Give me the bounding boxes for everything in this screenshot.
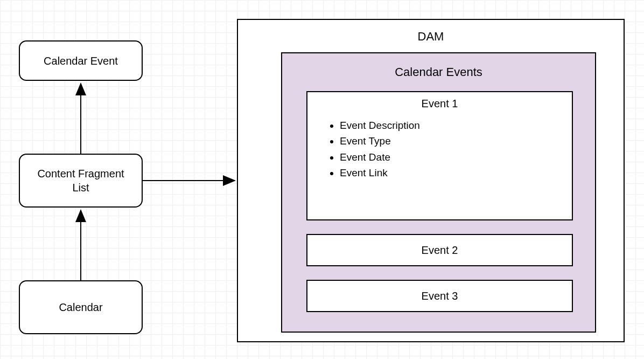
diagram-canvas: Calendar Event Content Fragment List Cal…	[0, 0, 644, 359]
arrows-layer	[0, 0, 644, 359]
